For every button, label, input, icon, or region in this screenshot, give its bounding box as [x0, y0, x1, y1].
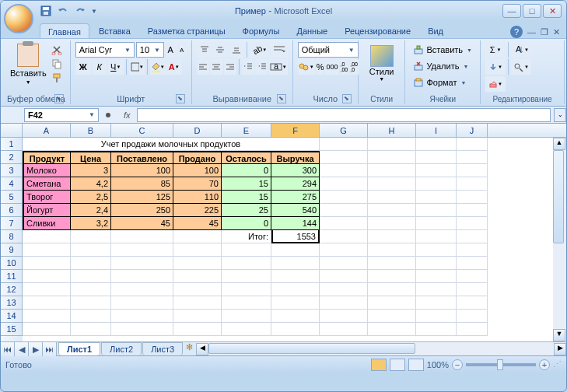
cell[interactable] — [271, 296, 320, 310]
cell[interactable] — [320, 204, 368, 217]
cell[interactable] — [271, 323, 320, 336]
cell[interactable]: 3,2 — [71, 217, 111, 230]
minimize-button[interactable]: — — [502, 4, 521, 18]
cell[interactable] — [368, 138, 416, 151]
sheet-tab[interactable]: Лист3 — [142, 342, 183, 355]
cell[interactable] — [416, 217, 457, 230]
cell[interactable] — [416, 257, 457, 270]
cell[interactable]: 45 — [111, 217, 173, 230]
scroll-left-icon[interactable]: ◀ — [196, 343, 208, 355]
number-dialog-launcher[interactable]: ⬊ — [342, 94, 352, 103]
tab-вид[interactable]: Вид — [420, 23, 451, 38]
cell[interactable] — [271, 283, 320, 296]
cell[interactable] — [222, 257, 271, 270]
cell[interactable]: Итог: — [222, 230, 271, 243]
column-header[interactable]: G — [320, 124, 368, 137]
cell[interactable] — [416, 243, 457, 257]
cell[interactable] — [111, 310, 173, 323]
row-header[interactable]: 4 — [1, 177, 23, 191]
copy-icon[interactable] — [50, 58, 64, 70]
percent-icon[interactable]: % — [316, 59, 325, 75]
cell[interactable] — [111, 270, 173, 283]
row-header[interactable]: 12 — [1, 283, 23, 296]
cell[interactable]: Учет продажи молочных продуктов — [23, 138, 320, 151]
cell[interactable]: 100 — [111, 164, 173, 177]
resize-grip-icon[interactable]: ⋰ — [553, 359, 562, 369]
cell[interactable] — [111, 257, 173, 270]
align-middle-icon[interactable] — [213, 42, 229, 58]
cell[interactable] — [320, 310, 368, 323]
name-box[interactable]: F42▼ — [24, 108, 99, 122]
cell[interactable] — [320, 283, 368, 296]
zoom-out-icon[interactable]: − — [452, 359, 463, 370]
cell[interactable] — [173, 296, 222, 310]
cell[interactable]: 540 — [271, 204, 320, 217]
row-header[interactable]: 6 — [1, 204, 23, 217]
cell[interactable] — [71, 296, 111, 310]
cell[interactable] — [320, 270, 368, 283]
styles-button[interactable]: Стили ▼ — [363, 42, 401, 85]
help-icon[interactable]: ? — [510, 26, 523, 38]
cell[interactable] — [368, 296, 416, 310]
cell[interactable]: Сметана — [23, 177, 71, 191]
cell[interactable] — [368, 204, 416, 217]
orientation-icon[interactable]: ab▼ — [250, 42, 270, 58]
increase-decimal-icon[interactable]: ,0,00 — [340, 59, 349, 75]
new-sheet-icon[interactable]: ✻ — [186, 342, 193, 355]
row-header[interactable]: 15 — [1, 323, 23, 336]
cell[interactable]: 25 — [222, 204, 271, 217]
tab-рецензирование[interactable]: Рецензирование — [337, 23, 418, 38]
page-break-view-icon[interactable] — [408, 359, 424, 371]
row-header[interactable]: 9 — [1, 243, 23, 257]
redo-icon[interactable] — [74, 5, 86, 17]
cell[interactable] — [271, 243, 320, 257]
cell[interactable] — [368, 323, 416, 336]
cell[interactable] — [457, 296, 488, 310]
cell[interactable] — [71, 243, 111, 257]
format-cells-button[interactable]: Формат▼ — [410, 75, 475, 90]
page-layout-view-icon[interactable] — [390, 359, 405, 371]
cell[interactable]: 1553 — [271, 230, 320, 243]
cell[interactable] — [457, 283, 488, 296]
cell[interactable] — [320, 296, 368, 310]
cell[interactable]: Сливки — [23, 217, 71, 230]
zoom-in-icon[interactable]: + — [539, 359, 550, 370]
cell[interactable]: 250 — [111, 204, 173, 217]
cell[interactable] — [71, 323, 111, 336]
align-left-icon[interactable] — [197, 59, 209, 75]
cell[interactable] — [222, 283, 271, 296]
cell[interactable] — [416, 230, 457, 243]
scroll-down-icon[interactable]: ▼ — [553, 329, 565, 341]
cell[interactable] — [457, 191, 488, 204]
column-header[interactable]: B — [71, 124, 111, 137]
row-header[interactable]: 3 — [1, 164, 23, 177]
cell[interactable]: 100 — [173, 164, 222, 177]
cells-area[interactable]: Учет продажи молочных продуктовПродуктЦе… — [23, 138, 566, 341]
vertical-scrollbar[interactable]: ▲ ▼ — [553, 138, 566, 341]
cell[interactable] — [320, 164, 368, 177]
grow-font-icon[interactable]: A — [166, 42, 175, 58]
border-button[interactable]: ▼ — [129, 59, 145, 75]
decrease-decimal-icon[interactable]: ,00,0 — [349, 59, 359, 75]
increase-indent-icon[interactable] — [255, 59, 268, 75]
cell[interactable] — [368, 283, 416, 296]
cell[interactable] — [23, 323, 71, 336]
cell[interactable] — [368, 270, 416, 283]
cell[interactable] — [457, 243, 488, 257]
tab-главная[interactable]: Главная — [40, 23, 89, 38]
close-button[interactable]: ✕ — [543, 4, 562, 18]
row-header[interactable]: 11 — [1, 270, 23, 283]
row-header[interactable]: 14 — [1, 310, 23, 323]
cell[interactable] — [23, 270, 71, 283]
cell[interactable]: 4,2 — [71, 177, 111, 191]
row-header[interactable]: 2 — [1, 151, 23, 164]
cell[interactable] — [416, 164, 457, 177]
formula-bar-expand-icon[interactable]: ⌄ — [554, 108, 566, 122]
cell[interactable] — [416, 191, 457, 204]
cell[interactable] — [416, 204, 457, 217]
cell[interactable] — [368, 217, 416, 230]
cell[interactable] — [271, 257, 320, 270]
cell[interactable]: Выручка — [271, 151, 320, 164]
cell[interactable]: 0 — [222, 217, 271, 230]
cell[interactable] — [368, 257, 416, 270]
